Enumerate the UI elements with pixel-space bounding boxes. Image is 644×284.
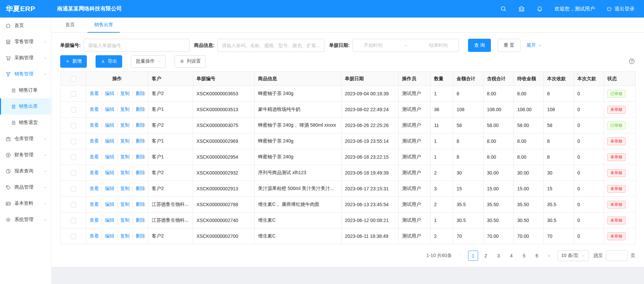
bank-icon[interactable] (518, 5, 525, 12)
delete-link[interactable]: 删除 (136, 186, 145, 191)
view-link[interactable]: 查看 (90, 122, 99, 128)
pagination-page-6[interactable]: 6 (532, 251, 542, 261)
sidebar-item-1[interactable]: 零售管理 (0, 34, 51, 50)
column-settings-button[interactable]: 列设置 (175, 55, 206, 68)
delete-link[interactable]: 删除 (136, 106, 145, 112)
view-link[interactable]: 查看 (90, 91, 99, 96)
view-link[interactable]: 查看 (90, 138, 99, 144)
expand-link[interactable]: 展开 (527, 42, 542, 49)
select-all-checkbox[interactable] (71, 76, 76, 82)
cell-debt: 0 (574, 228, 604, 244)
copy-link[interactable]: 复制 (120, 201, 130, 207)
view-link[interactable]: 查看 (90, 233, 99, 239)
pagination-page-5[interactable]: 5 (519, 251, 529, 261)
sidebar-item-2[interactable]: 采购管理 (0, 50, 51, 66)
view-link[interactable]: 查看 (90, 201, 99, 207)
edit-link[interactable]: 编辑 (105, 186, 114, 191)
view-link[interactable]: 查看 (90, 106, 99, 112)
edit-link[interactable]: 编辑 (105, 138, 114, 144)
help-icon[interactable] (628, 58, 635, 65)
sidebar-item-9[interactable]: 系统管理 (0, 212, 51, 228)
row-checkbox[interactable] (71, 139, 76, 144)
pagination-page-4[interactable]: 4 (506, 251, 516, 261)
sidebar-subitem-3-0[interactable]: 销售订单 (0, 82, 51, 98)
row-checkbox[interactable] (71, 123, 76, 128)
pagination-next[interactable] (545, 251, 553, 260)
add-button[interactable]: 新增 (60, 55, 87, 68)
view-link[interactable]: 查看 (90, 154, 99, 159)
reset-button[interactable]: 重 置 (498, 39, 521, 52)
edit-link[interactable]: 编辑 (105, 122, 114, 128)
row-checkbox[interactable] (71, 234, 76, 239)
view-link[interactable]: 查看 (90, 170, 99, 175)
filter-row: 单据编号: 商品信息: 单据日期: 开始时间 ~ 结束时间 查 询 重 置 展开 (60, 39, 635, 52)
edit-link[interactable]: 编辑 (105, 170, 114, 175)
bell-icon[interactable] (536, 5, 543, 12)
cell-customer: 客户2 (148, 86, 193, 102)
delete-link[interactable]: 删除 (136, 154, 145, 159)
copy-link[interactable]: 复制 (120, 170, 130, 175)
copy-link[interactable]: 复制 (120, 233, 130, 239)
edit-link[interactable]: 编辑 (105, 154, 114, 159)
view-link[interactable]: 查看 (90, 217, 99, 223)
tab-sales-outbound[interactable]: 销售出库 (87, 18, 120, 32)
sidebar-subitem-3-1[interactable]: 销售出库 (0, 98, 51, 115)
date-range-input[interactable]: 开始时间 ~ 结束时间 (353, 39, 459, 52)
pagination-prev[interactable] (457, 251, 465, 260)
product-info-input[interactable] (217, 39, 324, 52)
edit-link[interactable]: 编辑 (105, 201, 114, 207)
view-link[interactable]: 查看 (90, 186, 99, 191)
cell-receivable: 58.00 (514, 118, 544, 133)
cell-qty: 1 (431, 213, 453, 228)
export-button[interactable]: 导出 (96, 55, 122, 68)
copy-link[interactable]: 复制 (120, 138, 130, 144)
copy-link[interactable]: 复制 (120, 154, 130, 159)
tab-home[interactable]: 首页 (59, 18, 81, 32)
batch-operations-button[interactable]: 批量操作 (131, 55, 166, 68)
copy-link[interactable]: 复制 (120, 186, 130, 191)
page-size-select[interactable]: 10 条/页 (558, 250, 589, 261)
row-checkbox[interactable] (71, 202, 76, 208)
copy-link[interactable]: 复制 (120, 106, 130, 112)
delete-link[interactable]: 删除 (136, 138, 145, 144)
search-button[interactable]: 查 询 (468, 39, 491, 52)
jump-page-input[interactable] (606, 250, 628, 261)
order-no-input[interactable] (84, 39, 189, 52)
app-logo[interactable]: 华夏ERP (0, 4, 51, 13)
pagination-page-2[interactable]: 2 (481, 251, 491, 261)
sidebar-subitem-3-2[interactable]: 销售退货 (0, 115, 51, 131)
delete-link[interactable]: 删除 (136, 233, 145, 239)
delete-link[interactable]: 删除 (136, 91, 145, 96)
sidebar-item-8[interactable]: 基本资料 (0, 195, 51, 212)
delete-link[interactable]: 删除 (136, 217, 145, 223)
row-checkbox[interactable] (71, 186, 76, 192)
row-checkbox[interactable] (71, 170, 76, 176)
table-row: 查看|编辑|复制|删除客户1XSCK00000003513蒙牛精选牧场纯牛奶20… (61, 102, 636, 118)
logout-button[interactable]: 退出登录 (606, 6, 635, 12)
edit-link[interactable]: 编辑 (105, 106, 114, 112)
sidebar-item-4[interactable]: 仓库管理 (0, 131, 51, 147)
row-checkbox[interactable] (71, 218, 76, 223)
edit-link[interactable]: 编辑 (105, 91, 114, 96)
action-divider: | (132, 186, 133, 191)
search-icon[interactable] (500, 5, 507, 12)
copy-link[interactable]: 复制 (120, 122, 130, 128)
header-row: 操作客户单据编号商品信息单据日期操作员数量金额合计含税合计待收金额本次收款本次欠… (61, 72, 636, 86)
pagination-page-3[interactable]: 3 (494, 251, 504, 261)
copy-link[interactable]: 复制 (120, 91, 130, 96)
sidebar-item-3[interactable]: 销售管理 (0, 66, 51, 82)
edit-link[interactable]: 编辑 (105, 233, 114, 239)
sidebar-item-5[interactable]: 财务管理 (0, 147, 51, 163)
row-checkbox[interactable] (71, 91, 76, 97)
sidebar-item-0[interactable]: 首页 (0, 18, 51, 34)
pagination-page-1[interactable]: 1 (468, 251, 478, 261)
delete-link[interactable]: 删除 (136, 201, 145, 207)
sidebar-item-6[interactable]: 报表查询 (0, 163, 51, 179)
copy-link[interactable]: 复制 (120, 217, 130, 223)
sidebar-item-7[interactable]: 商品管理 (0, 179, 51, 195)
edit-link[interactable]: 编辑 (105, 217, 114, 223)
row-checkbox[interactable] (71, 107, 76, 113)
delete-link[interactable]: 删除 (136, 122, 145, 128)
row-checkbox[interactable] (71, 155, 76, 160)
delete-link[interactable]: 删除 (136, 170, 145, 175)
